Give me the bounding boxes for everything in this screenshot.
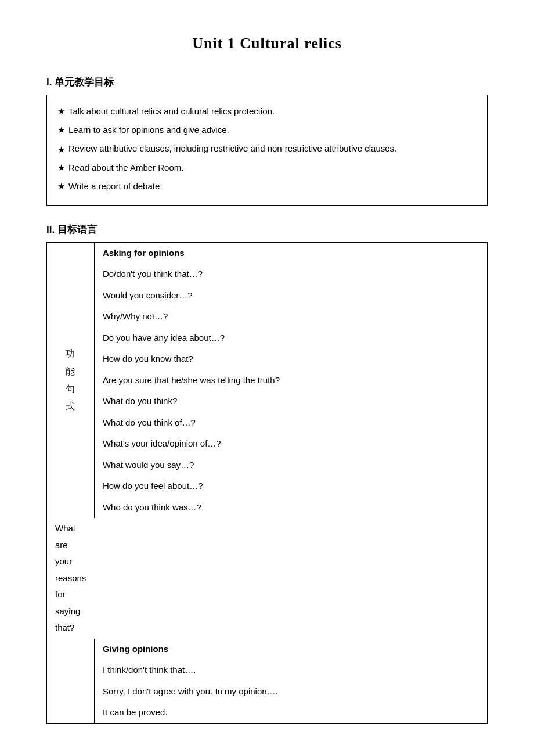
star-icon: ★	[57, 160, 65, 176]
asking-item-10: How do you feel about…?	[94, 476, 487, 497]
table-row: How do you feel about…?	[47, 476, 488, 497]
table-row: Would you consider…?	[47, 285, 488, 307]
section2-heading: II. 目标语言	[46, 223, 488, 236]
list-item: ★ Talk about cultural relics and cultura…	[57, 103, 477, 120]
asking-item-9: What would you say…?	[94, 455, 487, 476]
giving-item-1: Sorry, I don't agree with you. In my opi…	[94, 681, 487, 703]
char-ju: 句	[66, 380, 75, 398]
star-icon: ★	[57, 122, 65, 138]
section1: I. 单元教学目标 ★ Talk about cultural relics a…	[46, 75, 488, 206]
asking-item-12: What are your reasons for saying that?	[47, 518, 95, 639]
asking-item-1: Would you consider…?	[94, 285, 487, 307]
table-row: Sorry, I don't agree with you. In my opi…	[47, 681, 488, 703]
star-icon: ★	[57, 103, 65, 120]
item-text: Read about the Amber Room.	[68, 160, 477, 176]
table-row: How do you know that?	[47, 348, 488, 370]
list-item: ★ Review attributive clauses, including …	[57, 141, 477, 158]
table-row: It can be proved.	[47, 702, 488, 723]
table-row: What are your reasons for saying that?	[47, 518, 488, 639]
asking-opinions-label: Asking for opinions	[94, 242, 487, 264]
char-gong: 功	[66, 345, 75, 362]
table-row: What's your idea/opinion of…?	[47, 433, 488, 455]
list-item: ★ Learn to ask for opinions and give adv…	[57, 122, 477, 138]
asking-item-5: Are you sure that he/she was telling the…	[94, 370, 487, 391]
item-text: Learn to ask for opinions and give advic…	[68, 122, 477, 138]
asking-item-4: How do you know that?	[94, 348, 487, 370]
table-row: Who do you think was…?	[47, 497, 488, 519]
section2: II. 目标语言 功 能 句 式 Asking for opinions Do/…	[46, 223, 488, 724]
asking-item-6: What do you think?	[94, 391, 487, 412]
page-title: Unit 1 Cultural relics	[46, 35, 488, 52]
item-text: Write a report of debate.	[68, 178, 477, 195]
item-text: Review attributive clauses, including re…	[68, 141, 477, 157]
list-item: ★ Write a report of debate.	[57, 178, 477, 195]
giving-item-2: It can be proved.	[94, 702, 487, 723]
section1-box: ★ Talk about cultural relics and cultura…	[46, 95, 488, 206]
label-gong-neng-ju-shi: 功 能 句 式	[47, 242, 95, 518]
asking-item-11: Who do you think was…?	[94, 497, 487, 519]
table-row: Do/don't you think that…?	[47, 264, 488, 285]
table-row: What would you say…?	[47, 455, 488, 476]
table-row: Are you sure that he/she was telling the…	[47, 370, 488, 391]
char-shi: 式	[66, 398, 75, 415]
giving-opinions-label: Giving opinions	[94, 639, 487, 660]
table-row: 功 能 句 式 Asking for opinions	[47, 242, 488, 264]
table-row: Why/Why not…?	[47, 306, 488, 327]
table-row: I think/don't think that….	[47, 660, 488, 681]
asking-item-7: What do you think of…?	[94, 412, 487, 434]
list-item: ★ Read about the Amber Room.	[57, 160, 477, 176]
section1-heading: I. 单元教学目标	[46, 75, 488, 89]
asking-item-0: Do/don't you think that…?	[94, 264, 487, 285]
giving-item-0: I think/don't think that….	[94, 660, 487, 681]
table-row: What do you think of…?	[47, 412, 488, 434]
item-text: Talk about cultural relics and cultural …	[68, 103, 477, 120]
asking-item-8: What's your idea/opinion of…?	[94, 433, 487, 455]
table-row: Do you have any idea about…?	[47, 327, 488, 349]
star-icon: ★	[57, 178, 65, 195]
asking-item-2: Why/Why not…?	[94, 306, 487, 327]
char-neng: 能	[66, 363, 75, 380]
table-row: Giving opinions	[47, 639, 488, 660]
label-giving-side	[47, 639, 95, 724]
table-row: What do you think?	[47, 391, 488, 412]
section2-table: 功 能 句 式 Asking for opinions Do/don't you…	[46, 242, 488, 724]
star-icon: ★	[57, 142, 65, 158]
asking-item-3: Do you have any idea about…?	[94, 327, 487, 349]
